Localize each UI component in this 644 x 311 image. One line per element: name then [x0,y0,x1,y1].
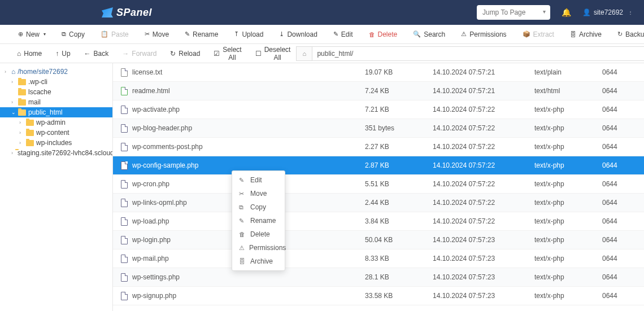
folder-icon [26,120,34,126]
copy-button[interactable]: ⧉Copy [55,27,92,42]
tree-item-label: lscache [28,88,51,96]
file-row[interactable]: wp-cron.php5.51 KB14.10.2024 07:57:22tex… [113,175,644,194]
tree-item-wp-content[interactable]: ›wp-content [0,128,112,138]
tree-item-wp-includes[interactable]: ›wp-includes [0,138,112,148]
ctx-label: Rename [250,217,276,225]
rename-icon: ✎ [185,30,190,38]
edit-icon: ✎ [333,30,338,38]
context-menu: ✎Edit✂Move⧉Copy✎Rename🗑Delete⚠Permission… [232,170,285,271]
file-date: 14.10.2024 07:57:23 [433,236,534,244]
brand-logo[interactable]: SPanel [102,7,152,19]
file-row[interactable]: wp-config-sample.php2.87 KB14.10.2024 07… [113,156,644,175]
file-row[interactable]: wp-blog-header.php351 bytes14.10.2024 07… [113,119,644,138]
username-label: site72692 [594,8,623,16]
ctx-edit[interactable]: ✎Edit [232,173,285,187]
upload-button[interactable]: ⤒Upload [227,27,270,42]
new-button[interactable]: ⊕New▾ [11,27,53,42]
ctx-rename[interactable]: ✎Rename [232,214,285,227]
file-size: 7.24 KB [365,87,433,95]
rename-button[interactable]: ✎Rename [178,27,225,42]
file-icon [121,236,128,244]
notifications-icon[interactable]: 🔔 [562,8,571,17]
file-name: wp-blog-header.php [132,124,192,132]
tree-item-label: public_html [28,108,63,116]
file-row[interactable]: wp-signup.php33.58 KB14.10.2024 07:57:23… [113,287,644,305]
file-type: text/x-php [534,236,602,244]
file-row[interactable]: wp-comments-post.php2.27 KB14.10.2024 07… [113,138,644,156]
file-row[interactable]: readme.html7.24 KB14.10.2024 07:57:21tex… [113,82,644,100]
ctx-delete[interactable]: 🗑Delete [232,227,285,241]
forward-icon: → [122,50,129,58]
file-list: license.txt19.07 KB14.10.2024 07:57:21te… [113,63,644,311]
file-row[interactable]: wp-login.php50.04 KB14.10.2024 07:57:23t… [113,231,644,249]
ctx-label: Permissions [249,244,286,252]
home-button[interactable]: ⌂Home [11,47,47,60]
backup-button[interactable]: ↻Backup [611,27,644,42]
edit-button[interactable]: ✎Edit [327,27,360,42]
ctx-permissions[interactable]: ⚠Permissions [232,241,285,255]
ctx-label: Edit [250,176,262,184]
file-type: text/x-php [534,143,602,151]
ctx-label: Move [250,190,267,198]
move-button[interactable]: ✂Move [138,27,176,42]
tree-item-staging-site72692-lvhc84-scloudsite[interactable]: ›staging.site72692-lvhc84.scloudsite [0,148,112,158]
selectall-label: Select All [223,46,241,62]
file-name: wp-login.php [132,236,171,244]
file-permissions: 0644 [602,87,636,95]
path-input[interactable] [312,46,644,61]
user-menu[interactable]: 👤 site72692 ⋮ [582,8,633,16]
copy-label: Copy [69,30,85,38]
delete-button[interactable]: 🗑Delete [362,27,404,42]
paste-button: 📋Paste [94,27,136,42]
tree-item--home-site72692[interactable]: ›⌂/home/site72692 [0,67,112,77]
file-row[interactable]: wp-load.php3.84 KB14.10.2024 07:57:22tex… [113,212,644,231]
up-button[interactable]: ↑Up [50,47,76,60]
selectall-button[interactable]: ☑Select All [208,43,247,64]
file-row[interactable]: license.txt19.07 KB14.10.2024 07:57:21te… [113,63,644,82]
brand-text: SPanel [116,7,152,19]
tree-item-lscache[interactable]: lscache [0,87,112,97]
file-row[interactable]: wp-mail.php8.33 KB14.10.2024 07:57:23tex… [113,249,644,268]
file-type: text/x-php [534,161,602,169]
file-permissions: 0644 [602,143,636,151]
jump-to-page-select[interactable] [477,5,550,20]
tree-item--wp-cli[interactable]: ›.wp-cli [0,77,112,87]
logo-icon [102,7,113,17]
backup-icon: ↻ [617,30,623,38]
copy-icon: ⧉ [62,30,66,38]
ctx-copy[interactable]: ⧉Copy [232,200,285,214]
ctx-label: Archive [250,257,273,265]
tree-item-wp-admin[interactable]: ›wp-admin [0,117,112,128]
download-button[interactable]: ⤓Download [272,27,324,42]
tree-item-mail[interactable]: ›mail [0,97,112,107]
home-path-icon[interactable]: ⌂ [296,46,312,61]
back-button[interactable]: ←Back [79,47,115,60]
deselectall-button[interactable]: ☐Deselect All [250,43,297,64]
user-icon: 👤 [582,8,591,16]
ctx-move[interactable]: ✂Move [232,187,285,200]
ctx-archive[interactable]: 🗄Archive [232,255,285,268]
file-permissions: 0644 [602,68,636,76]
tree-item-label: wp-admin [36,119,66,126]
tree-item-label: .wp-cli [28,78,47,86]
tree-item-public-html[interactable]: ⌄public_html [0,107,112,117]
edit-label: Edit [341,30,353,38]
permissions-button[interactable]: ⚠Permissions [454,27,513,42]
archive-button[interactable]: 🗄Archive [563,27,608,42]
file-row[interactable]: wp-links-opml.php2.44 KB14.10.2024 07:57… [113,194,644,212]
file-icon [121,273,128,282]
file-row[interactable]: wp-activate.php7.21 KB14.10.2024 07:57:2… [113,100,644,119]
file-date: 14.10.2024 07:57:22 [433,180,534,188]
file-date: 14.10.2024 07:57:22 [433,124,534,132]
file-type: text/x-php [534,255,602,262]
file-size: 2.87 KB [365,161,433,169]
file-row[interactable]: wp-settings.php28.1 KB14.10.2024 07:57:2… [113,268,644,287]
search-button[interactable]: 🔍Search [406,27,452,42]
deselectall-icon: ☐ [255,50,262,58]
file-icon [121,106,128,114]
forward-button: →Forward [116,47,162,60]
reload-button[interactable]: ↻Reload [164,47,206,60]
file-type: text/x-php [534,180,602,188]
file-name: wp-links-opml.php [132,199,187,207]
file-date: 14.10.2024 07:57:22 [433,161,534,169]
